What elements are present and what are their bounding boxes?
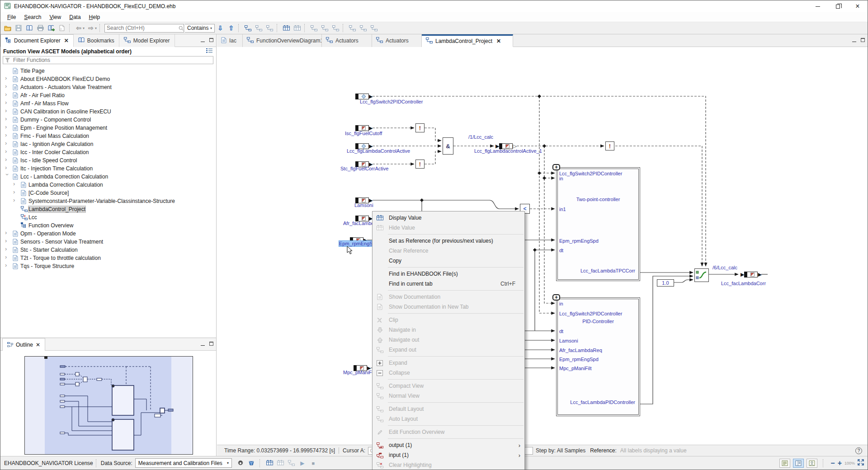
tree-item[interactable]: c Lcc xyxy=(0,213,216,221)
tree-item[interactable]: › CAN Calibration in Gasoline FlexECU xyxy=(0,108,216,116)
tree-item[interactable]: › Sensors - Sensor Value Treatment xyxy=(0,238,216,246)
tab-document-explorer[interactable]: Document Explorer ✕ xyxy=(0,34,74,47)
not-operator[interactable]: ! xyxy=(605,141,614,150)
expand-chevron-icon[interactable]: › xyxy=(5,92,9,97)
tree-item[interactable]: › Iac - Ignition Angle Calculation xyxy=(0,140,216,148)
tree-item[interactable]: › Stc - Starter Calculation xyxy=(0,246,216,254)
close-tab-icon[interactable]: ✕ xyxy=(496,38,501,44)
editor-minimize-icon[interactable] xyxy=(852,37,856,43)
zoom-reset-label[interactable]: 100% xyxy=(844,461,855,465)
editor-maximize-icon[interactable] xyxy=(861,37,865,43)
tree-item[interactable]: › Actuators - Actuators Value Treatment xyxy=(0,83,216,91)
menu-item-output-1-[interactable]: output (1) › xyxy=(373,440,524,450)
editor-tab-lambdacontrol_project[interactable]: LambdaControl_Project ✕ xyxy=(422,34,513,47)
two-point-controller-block[interactable]: Lcc_flgSwitch2PIDControllerinin1Epm_rpmE… xyxy=(556,167,640,281)
export-pdf-icon[interactable]: A xyxy=(57,24,67,33)
tree-item[interactable]: Function Overview xyxy=(0,221,216,230)
tree-item[interactable]: › Lambda Correction Calculation xyxy=(0,181,216,189)
display-value-icon[interactable] xyxy=(281,24,291,33)
navigate-back-icon[interactable]: ⇦ xyxy=(74,24,84,33)
and-operator[interactable]: & xyxy=(443,137,453,155)
not-operator[interactable]: ! xyxy=(415,160,425,169)
expand-chevron-icon[interactable]: › xyxy=(5,247,9,251)
menu-search[interactable]: Search xyxy=(20,13,45,21)
constant-block[interactable]: 1.0 xyxy=(657,279,674,287)
open-file-icon[interactable] xyxy=(3,24,13,33)
expand-chevron-icon[interactable]: › xyxy=(5,263,9,268)
outline-close-icon[interactable]: ✕ xyxy=(36,342,40,348)
signal-label[interactable]: Lcc_flgLambdacontrolActive_1 xyxy=(474,148,542,154)
zoom-out-icon[interactable]: − xyxy=(830,459,835,467)
data-source-dropdown[interactable]: Measurement and Calibration Files ▾ xyxy=(135,458,232,468)
export-book-icon[interactable] xyxy=(46,24,56,33)
signal-label[interactable]: Lamsoni xyxy=(354,202,373,208)
tree-item[interactable]: › Dummy - Component Control xyxy=(0,116,216,124)
record-values-icon[interactable] xyxy=(287,459,297,468)
tree-item[interactable]: › Tqs - Torque Structure xyxy=(0,262,216,270)
expand-chevron-icon[interactable]: › xyxy=(5,117,9,121)
expand-chevron-icon[interactable]: › xyxy=(5,133,9,137)
tree-item[interactable]: › Systemconstant-Parameter-Variable-Clas… xyxy=(0,197,216,205)
expand-chevron-icon[interactable]: › xyxy=(5,239,9,243)
menu-file[interactable]: File xyxy=(3,13,20,21)
editor-tab-actuators[interactable]: Actuators xyxy=(322,34,372,47)
tree-item[interactable]: › Itc - Injection Time Calculation xyxy=(0,164,216,173)
expand-chevron-icon[interactable]: › xyxy=(5,108,9,113)
data-source-orb-icon[interactable] xyxy=(246,459,256,468)
switch-operator[interactable] xyxy=(694,268,709,282)
navigate-out-of-model-icon[interactable] xyxy=(254,24,264,33)
menu-item-copy[interactable]: Copy xyxy=(373,256,524,266)
menu-item-find-in-current-tab[interactable]: Find in current tab Ctrl+F xyxy=(373,279,524,289)
outline-thumbnail[interactable] xyxy=(24,356,193,455)
collapse-chevron-icon[interactable]: › xyxy=(5,174,9,178)
outline-minimize-icon[interactable] xyxy=(201,341,205,347)
normal-view-icon[interactable] xyxy=(358,24,368,33)
tree-item[interactable]: › Lcc - Lambda Correction Calculation xyxy=(0,173,216,181)
show-in-document-icon[interactable] xyxy=(24,24,34,33)
minimize-button[interactable] xyxy=(808,0,828,12)
tree-item[interactable]: › Icc - Inter Cooler Calculation xyxy=(0,148,216,156)
hide-value-status-icon[interactable] xyxy=(276,459,286,468)
view-options-icon[interactable] xyxy=(206,48,212,55)
menu-data[interactable]: Data xyxy=(65,13,85,21)
expand-chevron-icon[interactable]: › xyxy=(13,198,18,202)
menu-help[interactable]: Help xyxy=(85,13,104,21)
tree-item[interactable]: › Afr - Air Fuel Ratio xyxy=(0,91,216,99)
find-next-icon[interactable]: ⇩ xyxy=(215,24,225,33)
expand-chevron-icon[interactable]: › xyxy=(13,190,18,194)
signal-label[interactable]: Lcc_flgLambdaControlActive xyxy=(347,148,410,154)
editor-tab-iac[interactable]: Iac xyxy=(217,34,243,47)
tab-outline[interactable]: Outline ✕ xyxy=(2,338,45,351)
expand-chevron-icon[interactable]: › xyxy=(5,100,9,105)
zoom-in-icon[interactable]: + xyxy=(838,459,842,467)
menu-item-find-in-ehandbook-file-s-[interactable]: Find in EHANDBOOK File(s) xyxy=(373,269,524,279)
close-button[interactable]: × xyxy=(848,0,868,12)
expand-chevron-icon[interactable]: › xyxy=(5,157,9,162)
tree-item[interactable]: › Epm - Engine Position Management xyxy=(0,124,216,132)
view-presentation-button[interactable] xyxy=(807,459,817,468)
navigate-into-model-icon[interactable] xyxy=(243,24,253,33)
play-icon[interactable]: ▶ xyxy=(297,459,307,468)
view-document-button[interactable] xyxy=(779,459,790,468)
editor-tab-actuators[interactable]: Actuators xyxy=(372,34,422,47)
signal-label[interactable]: Lcc_flgSwitch2PIDController xyxy=(360,99,423,104)
view-split-button[interactable] xyxy=(793,459,804,468)
hide-value-icon[interactable] xyxy=(292,24,302,33)
expand-chevron-icon[interactable]: › xyxy=(5,230,9,235)
tree-item[interactable]: › Amf - Air Mass Flow xyxy=(0,99,216,108)
signal-label[interactable]: Mpc_pManiFilt xyxy=(343,370,376,375)
menu-view[interactable]: View xyxy=(45,13,65,21)
panel-maximize-icon[interactable] xyxy=(209,37,213,43)
tree-item[interactable]: › T2t - Torque to throttle calculation xyxy=(0,254,216,262)
menu-item-display-value[interactable]: Display Value xyxy=(373,213,524,223)
restore-button[interactable] xyxy=(828,0,848,12)
find-previous-icon[interactable]: ⇧ xyxy=(226,24,236,33)
signal-label[interactable]: Stc_flgFuelCorrActive xyxy=(340,166,388,171)
signal-label[interactable]: Lcc_facLambdaCorr xyxy=(721,281,766,286)
contains-dropdown[interactable]: Contains▾ xyxy=(185,24,215,33)
panel-minimize-icon[interactable] xyxy=(201,37,205,43)
expand-all-icon[interactable] xyxy=(320,24,330,33)
navigate-forward-icon[interactable]: ⇨ xyxy=(86,24,96,33)
compact-view-icon[interactable] xyxy=(347,24,357,33)
stop-icon[interactable]: ■ xyxy=(308,459,318,468)
